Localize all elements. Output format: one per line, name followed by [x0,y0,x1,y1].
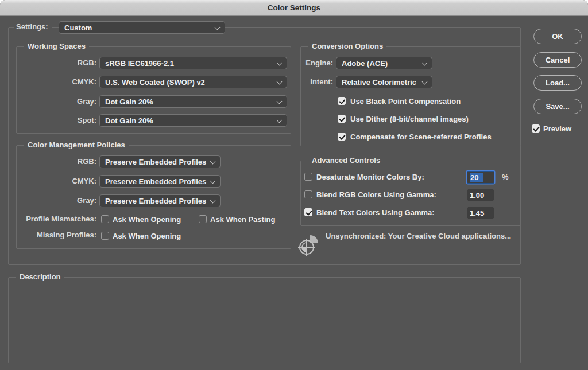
blend-rgb-gamma-checkbox[interactable] [304,190,312,198]
preview-checkbox[interactable] [532,124,540,133]
working-spaces-title: Working Spaces [24,42,89,50]
profile-mismatches-label: Profile Mismatches: [17,213,96,225]
description-title: Description [16,272,64,281]
ws-cmyk-label: CMYK: [17,76,96,88]
blend-rgb-gamma-value: 1.00 [470,191,484,200]
scene-referred-label[interactable]: Compensate for Scene-referred Profiles [350,133,492,141]
missing-profiles-opening-checkbox[interactable] [101,232,109,240]
black-point-compensation-label[interactable]: Use Black Point Compensation [350,97,461,106]
load-button-label: Load... [546,79,570,87]
chevron-down-icon [277,99,283,104]
conversion-options-title: Conversion Options [308,42,386,50]
chevron-down-icon [210,178,216,184]
engine-value: Adobe (ACE) [342,59,388,68]
settings-dropdown[interactable]: Custom [59,21,225,34]
ws-rgb-dropdown[interactable]: sRGB IEC61966-2.1 [99,57,287,69]
ws-gray-label: Gray: [17,95,96,108]
working-spaces-group: Working Spaces RGB: sRGB IEC61966-2.1 CM… [16,46,291,134]
ok-button-label: OK [552,32,563,41]
color-management-policies-group: Color Management Policies RGB: Preserve … [16,145,291,249]
cmp-cmyk-label: CMYK: [17,175,96,188]
cmp-title: Color Management Policies [24,141,129,149]
title-bar: Color Settings [0,0,588,16]
save-button-label: Save... [546,102,569,111]
profile-mismatches-opening-checkbox[interactable] [101,215,109,223]
profile-mismatches-pasting-label[interactable]: Ask When Pasting [210,215,275,224]
chevron-down-icon [210,159,216,165]
advanced-controls-title: Advanced Controls [308,156,384,165]
load-button[interactable]: Load... [533,75,582,91]
engine-dropdown[interactable]: Adobe (ACE) [336,57,432,69]
blend-text-gamma-field[interactable]: 1.45 [467,207,494,219]
desaturate-checkbox[interactable] [304,173,312,181]
chevron-down-icon [277,79,283,85]
description-group: Description [8,277,521,363]
cmp-cmyk-value: Preserve Embedded Profiles [105,177,206,186]
intent-dropdown[interactable]: Relative Colorimetric [336,76,432,88]
ws-rgb-value: sRGB IEC61966-2.1 [105,59,174,68]
missing-profiles-label: Missing Profiles: [17,229,96,242]
cmp-gray-label: Gray: [17,194,96,207]
missing-profiles-opening-label[interactable]: Ask When Opening [113,232,181,240]
advanced-controls-group: Advanced Controls Desaturate Monitor Col… [300,161,521,226]
blend-rgb-gamma-field[interactable]: 1.00 [467,189,494,201]
blend-text-gamma-label[interactable]: Blend Text Colors Using Gamma: [316,208,435,217]
ws-spot-value: Dot Gain 20% [105,116,153,125]
sync-wheel-icon [297,231,320,257]
blend-text-gamma-checkbox[interactable] [304,208,312,216]
dialog-title: Color Settings [268,3,320,12]
scene-referred-checkbox[interactable] [338,133,346,141]
sync-status-text: Unsynchronized: Your Creative Cloud appl… [326,232,511,240]
chevron-down-icon [215,25,220,30]
cmp-gray-value: Preserve Embedded Profiles [105,197,206,205]
ws-gray-dropdown[interactable]: Dot Gain 20% [99,95,287,108]
black-point-compensation-checkbox[interactable] [338,97,346,105]
conversion-options-group: Conversion Options Engine: Adobe (ACE) I… [300,46,521,146]
blend-text-gamma-value: 1.45 [470,209,484,217]
intent-label: Intent: [301,76,333,88]
use-dither-checkbox[interactable] [338,115,346,123]
engine-label: Engine: [301,57,333,69]
chevron-down-icon [277,118,283,123]
use-dither-label[interactable]: Use Dither (8-bit/channel images) [350,115,469,123]
intent-value: Relative Colorimetric [342,78,416,87]
ws-spot-label: Spot: [17,114,96,127]
settings-value: Custom [64,24,92,32]
cmp-gray-dropdown[interactable]: Preserve Embedded Profiles [99,194,220,207]
cancel-button-label: Cancel [546,56,570,64]
profile-mismatches-opening-label[interactable]: Ask When Opening [113,215,181,224]
color-settings-dialog: Color Settings Settings: Custom Working … [0,0,588,370]
desaturate-percent-field[interactable]: 20 [467,171,494,184]
cancel-button[interactable]: Cancel [533,52,582,68]
settings-label: Settings: [14,21,52,33]
blend-rgb-gamma-label[interactable]: Blend RGB Colors Using Gamma: [316,190,436,199]
ws-rgb-label: RGB: [17,57,96,69]
chevron-down-icon [422,60,428,66]
ws-cmyk-dropdown[interactable]: U.S. Web Coated (SWOP) v2 [99,76,287,88]
ws-spot-dropdown[interactable]: Dot Gain 20% [99,114,287,127]
cmp-cmyk-dropdown[interactable]: Preserve Embedded Profiles [99,175,220,188]
cmp-rgb-value: Preserve Embedded Profiles [105,158,206,166]
preview-label[interactable]: Preview [543,124,571,133]
description-content [13,283,516,358]
chevron-down-icon [422,79,428,85]
desaturate-label[interactable]: Desaturate Monitor Colors By: [316,173,424,181]
profile-mismatches-pasting-checkbox[interactable] [199,215,207,223]
save-button[interactable]: Save... [533,99,582,114]
ws-cmyk-value: U.S. Web Coated (SWOP) v2 [105,78,205,87]
cmp-rgb-label: RGB: [17,155,96,168]
cmp-rgb-dropdown[interactable]: Preserve Embedded Profiles [99,155,220,168]
desaturate-percent-value: 20 [470,173,483,182]
chevron-down-icon [210,198,216,204]
ws-gray-value: Dot Gain 20% [105,98,153,106]
percent-suffix: % [502,171,509,184]
ok-button[interactable]: OK [533,29,582,44]
chevron-down-icon [277,60,283,66]
